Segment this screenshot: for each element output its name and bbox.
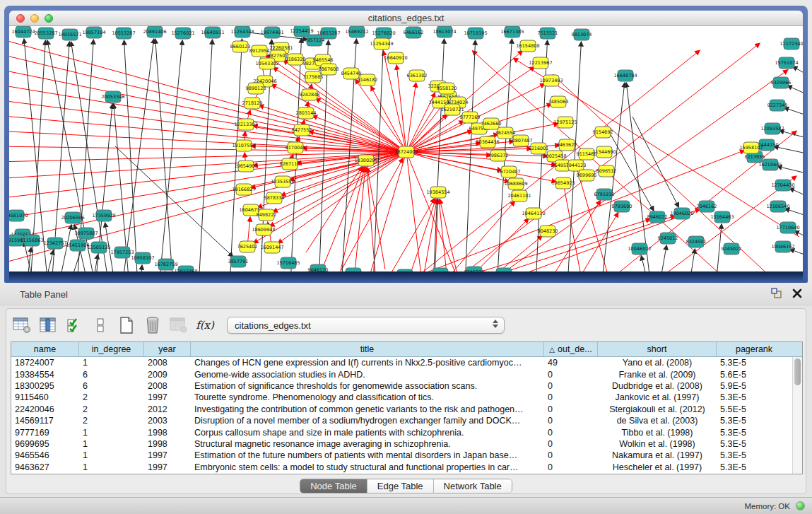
graph-node[interactable]: 16720407 bbox=[497, 166, 520, 177]
graph-node[interactable]: 16091447 bbox=[260, 242, 283, 253]
graph-node[interactable]: 14035571 bbox=[58, 29, 81, 40]
graph-edge[interactable] bbox=[273, 67, 406, 152]
graph-edge[interactable] bbox=[367, 168, 375, 271]
graph-node[interactable]: 9463627 bbox=[557, 139, 577, 151]
table-row[interactable]: 1872400712008Changes of HCN gene express… bbox=[11, 357, 802, 368]
function-builder-button[interactable]: f(x) bbox=[195, 315, 215, 335]
graph-node[interactable]: 13164463 bbox=[710, 211, 734, 223]
table-row[interactable]: 969969511998Structural magnetic resonanc… bbox=[11, 438, 802, 450]
graph-node[interactable]: 11254348 bbox=[230, 26, 254, 37]
graph-node[interactable]: 16044724 bbox=[11, 26, 35, 37]
table-scrollbar[interactable] bbox=[792, 357, 802, 474]
graph-node[interactable]: 9329966 bbox=[771, 77, 792, 88]
delete-column-button-disabled[interactable] bbox=[169, 315, 189, 335]
graph-node[interactable]: 9154692 bbox=[593, 127, 613, 138]
graph-node[interactable]: 7986372 bbox=[488, 150, 509, 161]
graph-node[interactable]: 12106540 bbox=[766, 201, 789, 212]
graph-node[interactable]: 20891406 bbox=[143, 26, 166, 37]
graph-edge[interactable] bbox=[355, 79, 406, 152]
graph-edge[interactable] bbox=[122, 39, 154, 271]
graph-node[interactable]: 19654923 bbox=[551, 177, 575, 189]
graph-node[interactable]: 16640911 bbox=[201, 27, 224, 38]
show-column-button[interactable] bbox=[38, 315, 58, 335]
table-row[interactable]: 946362711997Embryonic stem cells: a mode… bbox=[11, 462, 802, 473]
graph-edge[interactable] bbox=[440, 201, 514, 271]
graph-node[interactable]: 2803144 bbox=[296, 107, 317, 119]
graph-node[interactable]: 9245022 bbox=[722, 243, 742, 255]
graph-node[interactable]: 17359928 bbox=[92, 210, 115, 221]
graph-edge[interactable] bbox=[484, 70, 788, 271]
graph-edge[interactable] bbox=[114, 104, 129, 271]
graph-edge[interactable] bbox=[155, 39, 173, 271]
graph-edge[interactable] bbox=[793, 66, 803, 74]
graph-node[interactable]: 10046152 bbox=[771, 241, 794, 252]
graph-node[interactable]: 6361302 bbox=[407, 70, 428, 81]
graph-edge[interactable] bbox=[408, 199, 436, 271]
graph-node[interactable]: 9246052 bbox=[430, 268, 451, 271]
graph-edge[interactable] bbox=[659, 245, 666, 271]
tab-edge-table[interactable]: Edge Table bbox=[367, 479, 434, 493]
graph-node[interactable]: 8813074 bbox=[572, 29, 592, 40]
graph-node[interactable]: 6466162 bbox=[404, 27, 424, 38]
graph-node[interactable]: 8096512 bbox=[596, 165, 617, 177]
graph-node[interactable]: 16154808 bbox=[516, 40, 539, 52]
graph-node[interactable]: 15276021 bbox=[171, 28, 194, 39]
graph-edge[interactable] bbox=[461, 218, 529, 271]
table-row[interactable]: 2242004622012Investigating the contribut… bbox=[11, 404, 802, 415]
graph-node[interactable]: 9048230 bbox=[538, 226, 558, 237]
graph-node[interactable]: 10719195 bbox=[464, 28, 487, 39]
graph-edge[interactable] bbox=[396, 65, 406, 152]
graph-node[interactable]: 7625402 bbox=[237, 241, 258, 252]
graph-node[interactable]: 7515521 bbox=[538, 28, 558, 39]
graph-node[interactable]: 20053346 bbox=[101, 91, 124, 103]
graph-edge[interactable] bbox=[140, 265, 142, 271]
graph-edge[interactable] bbox=[27, 247, 31, 271]
graph-node[interactable]: 9777169 bbox=[460, 112, 481, 123]
graph-node[interactable]: 9146182 bbox=[358, 74, 378, 86]
graph-node[interactable]: 16671385 bbox=[500, 26, 524, 37]
graph-node[interactable]: 19464110 bbox=[522, 208, 545, 219]
graph-edge[interactable] bbox=[689, 249, 695, 271]
table-chooser-dropdown[interactable]: citations_edges.txt bbox=[227, 317, 505, 334]
graph-node[interactable]: 8346221 bbox=[464, 267, 485, 271]
graph-edge[interactable] bbox=[312, 116, 406, 152]
graph-node[interactable]: 16640910 bbox=[384, 52, 407, 64]
graph-node[interactable]: 3175685 bbox=[303, 71, 324, 83]
table-row[interactable]: 1830029562008Estimation of significance … bbox=[11, 380, 802, 392]
graph-node[interactable]: 7957224 bbox=[305, 35, 325, 46]
table-scrollbar-thumb[interactable] bbox=[794, 358, 801, 385]
graph-node[interactable]: 15276020 bbox=[372, 28, 395, 39]
graph-node[interactable]: 15716485 bbox=[276, 257, 300, 269]
graph-node[interactable]: 4170041 bbox=[286, 142, 306, 153]
network-canvas[interactable]: 1604472420553287140355711985719410553287… bbox=[9, 26, 803, 271]
column-header-short[interactable]: short bbox=[598, 342, 717, 356]
graph-node[interactable]: 15751074 bbox=[775, 57, 798, 69]
graph-node[interactable]: 19166827 bbox=[232, 184, 255, 195]
graph-node[interactable]: 12975125 bbox=[553, 117, 577, 128]
graph-node[interactable]: 9890123 bbox=[246, 83, 266, 94]
graph-node[interactable]: 11254349 bbox=[370, 38, 393, 49]
graph-node[interactable]: 30975887 bbox=[74, 228, 98, 239]
graph-edge[interactable] bbox=[9, 152, 406, 198]
graph-edge[interactable] bbox=[199, 40, 212, 271]
graph-node[interactable]: 9699695 bbox=[577, 170, 597, 181]
graph-node[interactable]: 8324501 bbox=[686, 236, 707, 247]
tab-node-table[interactable]: Node Table bbox=[300, 479, 367, 493]
graph-edge[interactable] bbox=[340, 168, 365, 271]
memory-status-indicator[interactable] bbox=[796, 501, 805, 510]
graph-node[interactable]: 9558120 bbox=[437, 83, 457, 94]
graph-node[interactable]: 7485063 bbox=[548, 96, 569, 107]
graph-edge[interactable] bbox=[406, 152, 422, 271]
column-header-pagerank[interactable]: pagerank bbox=[717, 342, 792, 356]
graph-node[interactable]: 11451904 bbox=[66, 240, 89, 251]
graph-node[interactable]: 5878334 bbox=[264, 192, 285, 204]
graph-node[interactable]: 2867608 bbox=[319, 64, 339, 75]
graph-edge[interactable] bbox=[787, 86, 803, 94]
graph-node[interactable]: 2718129 bbox=[242, 98, 263, 109]
graph-node[interactable]: 5498222 bbox=[257, 209, 277, 221]
graph-edge[interactable] bbox=[259, 105, 406, 152]
graph-node[interactable]: 20553287 bbox=[34, 28, 57, 39]
graph-node[interactable]: 19581070 bbox=[9, 210, 28, 221]
graph-edge[interactable] bbox=[406, 152, 556, 182]
graph-node[interactable]: 8267110 bbox=[280, 158, 300, 170]
